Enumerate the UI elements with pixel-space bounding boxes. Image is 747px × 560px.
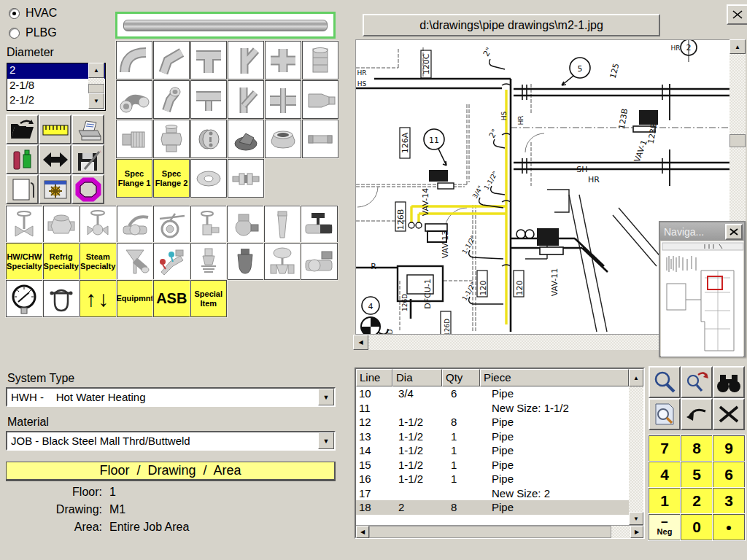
steam-specialty-button[interactable]: SteamSpecialty [80,243,117,280]
balancing-valve-button[interactable] [153,243,190,280]
table-row[interactable]: 121-1/28Pipe [356,415,629,429]
table-row[interactable]: 151-1/21Pipe [356,458,629,472]
fitting-elbow-45-button[interactable] [153,41,190,79]
fitting-coupling-button[interactable] [302,41,338,79]
fitting-reducing-tee-button[interactable] [190,80,227,119]
key-1[interactable]: 1 [649,488,681,514]
zoom-page-button[interactable] [649,398,681,430]
prv-button[interactable] [190,243,228,280]
fitting-union-button[interactable] [153,120,190,158]
zoom-refresh-button[interactable] [681,366,713,398]
print-button[interactable] [71,114,104,144]
table-row-selected[interactable]: 1828Pipe [356,500,629,515]
diameter-scroll-down-icon[interactable]: ▼ [88,93,104,109]
material-dropdown[interactable]: JOB - Black Steel Mall Thrd/Buttweld ▼ [6,431,336,451]
table-scroll-up-icon[interactable]: ▲ [629,369,643,386]
ball-valve-2-button[interactable] [301,206,338,243]
col-piece[interactable]: Piece [480,369,629,386]
key-decimal[interactable]: ● [713,514,745,540]
key-negative[interactable]: − Neg [649,514,681,540]
spec-flange-1-button[interactable]: SpecFlange 1 [116,159,152,198]
options-button[interactable] [39,174,71,204]
fitting-weldolet-button[interactable] [265,120,301,158]
drawing-scroll-left-icon[interactable]: ◀ [353,335,368,350]
navigator-thumbnail[interactable] [661,241,743,357]
col-qty[interactable]: Qty [442,369,480,386]
fitting-wye-button[interactable] [228,41,264,79]
key-6[interactable]: 6 [713,462,745,488]
radio-hvac[interactable]: HVAC [9,7,57,20]
fitting-socket-elbow-45-button[interactable] [153,80,190,119]
close-window-button[interactable] [727,4,747,25]
angle-valve-button[interactable] [190,206,228,243]
drawing-scroll-up-icon[interactable]: ▲ [729,39,746,54]
key-9[interactable]: 9 [713,435,745,462]
fitting-thread-adapter-button[interactable] [116,120,152,158]
system-type-dropdown[interactable]: HWH - Hot Water Heating ▼ [6,387,336,407]
diameter-scroll-thumb[interactable] [88,84,104,93]
key-8[interactable]: 8 [681,435,713,462]
undo-button[interactable] [681,398,713,430]
save-button[interactable] [71,144,104,174]
drawing-title-bar[interactable]: d:\drawings\pipe drawings\m2-1.jpg [363,14,660,36]
table-scroll-right-icon[interactable]: ▶ [630,526,643,538]
swap-button[interactable] [39,144,71,174]
table-row[interactable]: 103/46Pipe [356,386,629,401]
radio-plbg[interactable]: PLBG [9,26,57,39]
table-row[interactable]: 11New Size: 1-1/2 [356,401,629,416]
table-scroll-left-icon[interactable]: ◀ [356,526,369,538]
fitting-cross-reducing-button[interactable] [265,80,301,119]
hw-chw-specialty-button[interactable]: HW/CHWSpecialty [6,243,43,280]
table-hscroll-thumb[interactable] [369,526,611,538]
fitting-cap-button[interactable] [228,120,264,158]
fitting-orifice-flange-button[interactable] [190,120,227,158]
measure-button[interactable] [39,114,71,144]
system-type-dropdown-arrow-icon[interactable]: ▼ [318,389,334,405]
control-valve-button[interactable] [264,243,301,280]
radio-hvac-circle[interactable] [9,8,20,19]
col-line[interactable]: Line [356,369,392,386]
insulation-button[interactable] [71,174,104,204]
col-dia[interactable]: Dia [392,369,442,386]
zoom-button[interactable] [649,366,681,398]
fitting-nipple-button[interactable] [302,120,338,158]
butterfly-valve-button[interactable] [153,206,190,243]
table-row[interactable]: 141-1/21Pipe [356,443,629,458]
find-button[interactable] [713,366,745,398]
table-row[interactable]: 17New Size: 2 [356,486,629,501]
table-row[interactable]: 131-1/21Pipe [356,429,629,444]
key-2[interactable]: 2 [681,488,713,514]
refrig-specialty-button[interactable]: RefrigSpecialty [43,243,80,280]
key-5[interactable]: 5 [681,462,713,488]
valve-stem-button[interactable] [264,206,301,243]
fitting-elbow-90-button[interactable] [116,41,152,79]
pipe-button-selected[interactable] [115,12,336,39]
strainer-button[interactable] [227,243,264,280]
special-item-button[interactable]: SpecialItem [190,280,228,317]
asb-button[interactable]: ASB [153,280,190,317]
key-3[interactable]: 3 [713,488,745,514]
hanger-button[interactable] [43,280,80,317]
floor-drawing-area-button[interactable]: Floor / Drawing / Area [6,462,336,481]
gate-valve-button[interactable] [6,206,43,243]
table-row[interactable]: 161-1/21Pipe [356,472,629,486]
check-valve-button[interactable] [43,206,80,243]
fitting-dielectric-union-button[interactable] [228,159,264,198]
riser-button[interactable]: ↑↓ [80,280,117,317]
delete-button[interactable] [713,398,745,430]
diameter-scrollbar[interactable]: ▲ ▼ [88,63,104,109]
fitting-gasket-button[interactable] [190,159,227,198]
takeoff-list[interactable]: Line Dia Qty Piece ▲ 103/46Pipe 11New Si… [355,368,645,539]
table-hscrollbar[interactable]: ◀ ▶ [356,525,643,538]
markers-button[interactable] [6,144,39,174]
ball-valve-3-button[interactable] [301,243,338,280]
navigator-close-button[interactable] [725,224,743,240]
spec-flange-2-button[interactable]: SpecFlange 2 [153,159,190,198]
fitting-cross-button[interactable] [265,41,301,79]
fitting-tee-button[interactable] [190,41,227,79]
fitting-socket-elbow-90-button[interactable] [116,80,152,119]
check-valve-2-button[interactable] [227,206,264,243]
table-scroll-down-icon[interactable]: ▼ [629,512,643,525]
fitting-reducer-button[interactable] [302,80,338,119]
fitting-lateral-button[interactable] [228,80,264,119]
